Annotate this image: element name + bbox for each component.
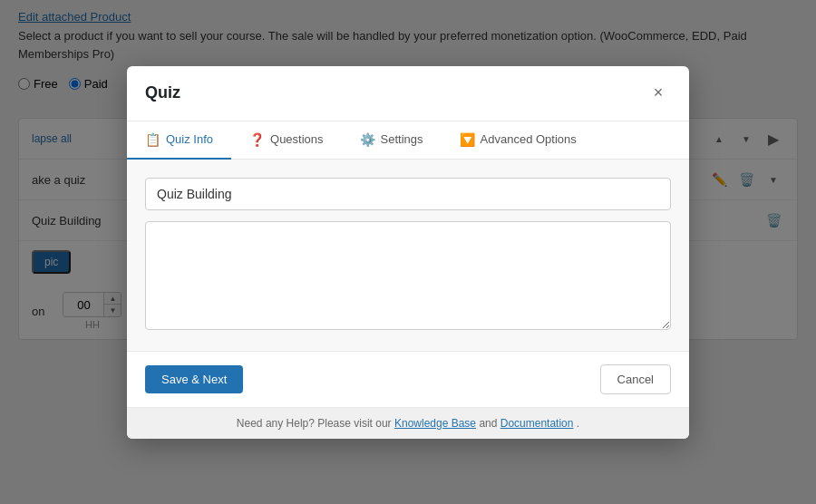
quiz-name-input[interactable] <box>145 178 671 210</box>
quiz-modal: Quiz × 📋 Quiz Info ❓ Questions ⚙️ Settin… <box>127 66 689 439</box>
help-text-after: . <box>577 417 579 430</box>
questions-icon: ❓ <box>249 132 265 147</box>
quiz-description-textarea[interactable] <box>145 221 671 330</box>
help-text-middle: and <box>479 417 500 430</box>
tab-questions-label: Questions <box>270 132 324 146</box>
cancel-button[interactable]: Cancel <box>600 364 671 394</box>
modal-close-button[interactable]: × <box>646 81 671 106</box>
tab-advanced-options-label: Advanced Options <box>481 132 577 146</box>
advanced-options-icon: 🔽 <box>460 132 475 147</box>
modal-footer: Save & Next Cancel <box>127 351 689 407</box>
modal-tabs: 📋 Quiz Info ❓ Questions ⚙️ Settings 🔽 Ad… <box>127 121 689 160</box>
tab-advanced-options[interactable]: 🔽 Advanced Options <box>442 121 595 160</box>
modal-title: Quiz <box>145 83 180 102</box>
documentation-link[interactable]: Documentation <box>500 417 574 430</box>
tab-questions[interactable]: ❓ Questions <box>231 121 342 160</box>
settings-icon: ⚙️ <box>360 132 375 147</box>
quiz-info-icon: 📋 <box>145 132 160 147</box>
tab-settings[interactable]: ⚙️ Settings <box>342 121 442 160</box>
tab-quiz-info-label: Quiz Info <box>166 132 213 146</box>
modal-header: Quiz × <box>127 66 689 121</box>
save-next-button[interactable]: Save & Next <box>145 365 243 393</box>
knowledge-base-link[interactable]: Knowledge Base <box>394 417 476 430</box>
modal-overlay: Quiz × 📋 Quiz Info ❓ Questions ⚙️ Settin… <box>0 0 816 504</box>
modal-body <box>127 160 689 351</box>
help-text-before: Need any Help? Please visit our <box>237 417 394 430</box>
tab-quiz-info[interactable]: 📋 Quiz Info <box>127 121 231 160</box>
tab-settings-label: Settings <box>381 132 423 146</box>
modal-help-bar: Need any Help? Please visit our Knowledg… <box>127 407 689 439</box>
